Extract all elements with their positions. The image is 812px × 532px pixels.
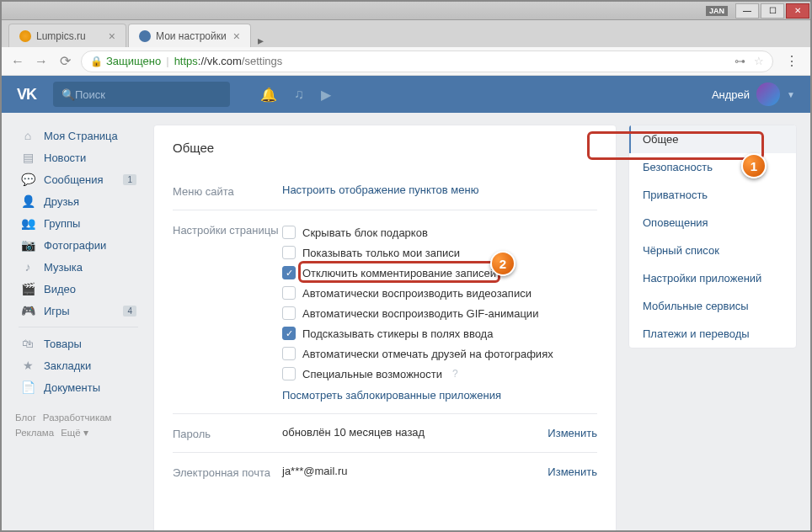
tab-payments[interactable]: Платежи и переводы <box>629 320 796 348</box>
close-button[interactable]: ✕ <box>786 3 809 19</box>
music-icon[interactable]: ♫ <box>294 87 304 102</box>
change-email-link[interactable]: Изменить <box>548 466 597 478</box>
checkbox-disable-comments[interactable]: ✓ <box>282 266 296 279</box>
reload-button[interactable]: ⟳ <box>57 53 72 69</box>
tab-notifications[interactable]: Оповещения <box>629 209 796 237</box>
favicon-vk <box>139 30 151 42</box>
nav-groups[interactable]: 👥Группы <box>15 212 142 234</box>
tab-close-icon[interactable]: × <box>102 29 115 43</box>
new-tab-button[interactable]: ▸ <box>253 34 270 47</box>
jan-badge: JAN <box>706 6 728 16</box>
footer-dev[interactable]: Разработчикам <box>43 412 112 423</box>
nav-docs[interactable]: 📄Документы <box>15 376 142 398</box>
password-value: обновлён 10 месяцев назад <box>282 426 548 439</box>
tab-close-icon[interactable]: × <box>227 29 240 43</box>
message-icon: 💬 <box>20 173 35 186</box>
nav-music[interactable]: ♪Музыка <box>15 256 142 278</box>
music-nav-icon: ♪ <box>20 260 35 274</box>
footer-blog[interactable]: Блог <box>15 412 36 423</box>
docs-icon: 📄 <box>20 380 35 394</box>
footer-more[interactable]: Ещё ▾ <box>61 428 88 438</box>
nav-messages[interactable]: 💬Сообщения1 <box>15 168 142 190</box>
star-icon[interactable]: ☆ <box>754 55 764 67</box>
groups-icon: 👥 <box>20 216 35 230</box>
lock-icon: 🔒 <box>90 56 103 67</box>
bell-icon[interactable]: 🔔 <box>260 87 277 103</box>
tab-mobile[interactable]: Мобильные сервисы <box>629 292 796 320</box>
back-button[interactable]: ← <box>10 54 25 69</box>
email-value: ja***@mail.ru <box>282 465 548 477</box>
header-icons: 🔔 ♫ ▶ <box>260 87 331 103</box>
change-password-link[interactable]: Изменить <box>548 427 597 439</box>
nav-bookmarks[interactable]: ★Закладки <box>15 354 142 376</box>
help-icon[interactable]: ? <box>452 368 458 380</box>
forward-button[interactable]: → <box>34 54 49 69</box>
row-site-menu: Меню сайта Настроить отображение пунктов… <box>173 172 597 210</box>
url-protocol: https <box>174 55 198 67</box>
browser-tab-lumpics[interactable]: Lumpics.ru × <box>8 24 126 47</box>
market-icon: 🛍 <box>20 337 35 350</box>
bookmark-icon: ★ <box>20 359 35 372</box>
checkbox-autoplay-video[interactable] <box>282 286 296 300</box>
checkbox-autoplay-gif[interactable] <box>282 306 296 320</box>
url-host: ://vk.com <box>198 55 242 67</box>
row-password: Пароль обновлён 10 месяцев назад Изменит… <box>173 413 597 452</box>
nav-separator <box>19 327 138 327</box>
browser-menu-button[interactable]: ⋮ <box>782 53 802 69</box>
vk-logo[interactable]: VK <box>17 86 36 104</box>
url-path: /settings <box>242 55 282 67</box>
settings-tabs: Общее Безопасность Приватность Оповещени… <box>628 125 797 348</box>
maximize-button[interactable]: ☐ <box>761 3 784 19</box>
nav-games[interactable]: 🎮Игры4 <box>15 300 142 322</box>
games-icon: 🎮 <box>20 304 35 317</box>
home-icon: ⌂ <box>20 129 35 142</box>
nav-market[interactable]: 🛍Товары <box>15 332 142 354</box>
tab-blacklist[interactable]: Чёрный список <box>629 237 796 264</box>
main-layout: ⌂Моя Страница ▤Новости 💬Сообщения1 👤Друз… <box>2 113 810 532</box>
avatar <box>756 82 780 106</box>
tab-general[interactable]: Общее <box>629 125 796 153</box>
tab-label: Мои настройки <box>156 30 227 42</box>
checkbox-sticker-hints[interactable]: ✓ <box>282 327 296 340</box>
play-icon[interactable]: ▶ <box>321 87 331 103</box>
blocked-apps-link[interactable]: Посмотреть заблокированные приложения <box>282 389 501 402</box>
checkbox-accessibility[interactable] <box>282 367 296 380</box>
nav-photos[interactable]: 📷Фотографии <box>15 234 142 256</box>
friends-icon: 👤 <box>20 194 35 208</box>
browser-tab-settings[interactable]: Мои настройки × <box>128 24 251 47</box>
tab-label: Lumpics.ru <box>36 30 86 42</box>
tab-privacy[interactable]: Приватность <box>629 181 796 209</box>
left-nav: ⌂Моя Страница ▤Новости 💬Сообщения1 👤Друз… <box>15 125 142 532</box>
user-menu[interactable]: Андрей ▼ <box>712 82 795 106</box>
url-field[interactable]: 🔒 Защищено | https ://vk.com /settings ⊶… <box>81 51 773 72</box>
nav-news[interactable]: ▤Новости <box>15 146 142 168</box>
row-page-settings: Настройки страницы Скрывать блок подарко… <box>173 210 597 413</box>
key-icon[interactable]: ⊶ <box>735 55 745 67</box>
search-icon: 🔍 <box>61 88 75 101</box>
nav-badge: 4 <box>123 306 136 317</box>
configure-menu-link[interactable]: Настроить отображение пунктов меню <box>282 184 478 196</box>
minimize-button[interactable]: — <box>735 3 759 19</box>
nav-video[interactable]: 🎬Видео <box>15 278 142 300</box>
chevron-down-icon: ▼ <box>787 90 795 99</box>
secure-label: Защищено <box>106 55 161 67</box>
nav-my-page[interactable]: ⌂Моя Страница <box>15 125 142 146</box>
checkbox-only-my-posts[interactable] <box>282 246 296 259</box>
user-name: Андрей <box>712 88 750 101</box>
favicon-lumpics <box>19 30 31 42</box>
tab-app-settings[interactable]: Настройки приложений <box>629 264 796 292</box>
page-title: Общее <box>173 141 597 155</box>
tab-security[interactable]: Безопасность <box>629 153 796 181</box>
settings-content: Общее Меню сайта Настроить отображение п… <box>153 125 617 532</box>
row-label: Меню сайта <box>173 184 282 198</box>
search-placeholder: Поиск <box>75 88 105 101</box>
row-label: Электронная почта <box>173 465 282 479</box>
checkbox-hide-gifts[interactable] <box>282 226 296 239</box>
footer-ads[interactable]: Реклама <box>15 428 54 438</box>
row-email: Электронная почта ja***@mail.ru Изменить <box>173 452 597 491</box>
nav-friends[interactable]: 👤Друзья <box>15 190 142 212</box>
search-input[interactable]: 🔍 Поиск <box>53 82 230 107</box>
checkbox-auto-tag[interactable] <box>282 347 296 360</box>
window-titlebar: JAN — ☐ ✕ <box>2 2 810 20</box>
nav-badge: 1 <box>123 174 136 185</box>
